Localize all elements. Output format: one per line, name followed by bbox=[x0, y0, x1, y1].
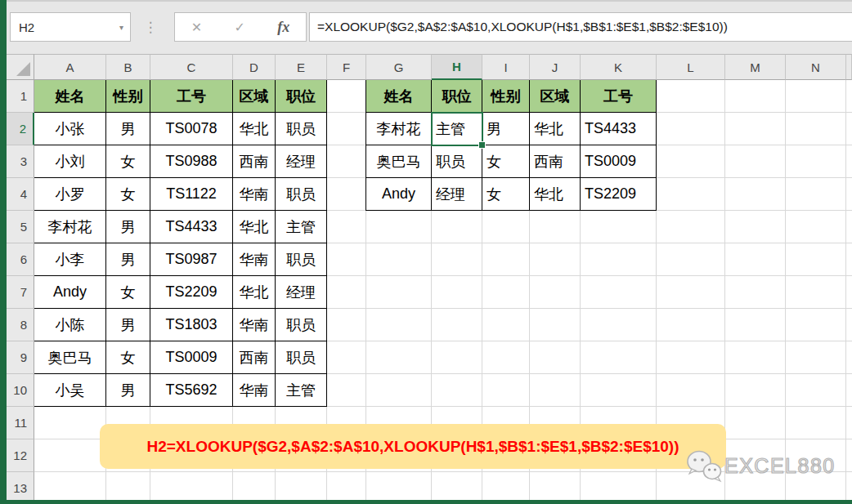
row-header-9[interactable]: 9 bbox=[7, 341, 34, 374]
cell-D8[interactable]: 华南 bbox=[233, 309, 276, 341]
cell-A10[interactable]: 小吴 bbox=[34, 374, 106, 407]
cell-A5[interactable]: 李村花 bbox=[34, 211, 106, 243]
cell-C1[interactable]: 工号 bbox=[150, 80, 233, 113]
cell-G4[interactable]: Andy bbox=[366, 178, 432, 211]
row-header-10[interactable]: 10 bbox=[7, 374, 34, 407]
cell-K4[interactable]: TS2209 bbox=[581, 178, 657, 211]
cell-D1[interactable]: 区域 bbox=[233, 80, 276, 113]
cell-A2[interactable]: 小张 bbox=[34, 113, 106, 145]
cell-A3[interactable]: 小刘 bbox=[34, 145, 106, 178]
enter-icon[interactable]: ✓ bbox=[234, 20, 244, 35]
cell-H1[interactable]: 职位 bbox=[432, 80, 482, 113]
column-header-partial[interactable] bbox=[846, 54, 852, 80]
row-header-3[interactable]: 3 bbox=[7, 145, 34, 178]
cell-E6[interactable]: 职员 bbox=[276, 243, 327, 276]
select-all-button[interactable] bbox=[7, 54, 34, 80]
formula-input[interactable]: =XLOOKUP($G2,$A$2:$A$10,XLOOKUP(H$1,$B$1… bbox=[309, 12, 852, 42]
cell-B10[interactable]: 男 bbox=[106, 374, 150, 407]
column-header-D[interactable]: D bbox=[233, 54, 276, 80]
cell-A1[interactable]: 姓名 bbox=[34, 80, 106, 113]
column-header-B[interactable]: B bbox=[106, 54, 150, 80]
column-header-F[interactable]: F bbox=[327, 54, 366, 80]
cell-H3[interactable]: 职员 bbox=[432, 145, 482, 178]
cell-A9[interactable]: 奥巴马 bbox=[34, 341, 106, 374]
cell-E10[interactable]: 主管 bbox=[276, 374, 327, 407]
column-header-J[interactable]: J bbox=[530, 54, 581, 80]
cell-C9[interactable]: TS0009 bbox=[150, 341, 233, 374]
cell-G1[interactable]: 姓名 bbox=[366, 80, 432, 113]
cell-J2[interactable]: 华北 bbox=[530, 113, 581, 145]
cell-C5[interactable]: TS4433 bbox=[150, 211, 233, 243]
cell-B6[interactable]: 男 bbox=[106, 243, 150, 276]
cell-A7[interactable]: Andy bbox=[34, 276, 106, 309]
cell-I1[interactable]: 性别 bbox=[482, 80, 530, 113]
cell-A4[interactable]: 小罗 bbox=[34, 178, 106, 211]
cell-E5[interactable]: 主管 bbox=[276, 211, 327, 243]
cell-B8[interactable]: 男 bbox=[106, 309, 150, 341]
row-header-6[interactable]: 6 bbox=[7, 243, 34, 276]
cell-H4[interactable]: 经理 bbox=[432, 178, 482, 211]
row-header-11[interactable]: 11 bbox=[7, 407, 34, 439]
cell-D5[interactable]: 华北 bbox=[233, 211, 276, 243]
cell-A6[interactable]: 小李 bbox=[34, 243, 106, 276]
column-header-G[interactable]: G bbox=[366, 54, 432, 80]
cell-C6[interactable]: TS0987 bbox=[150, 243, 233, 276]
cell-A8[interactable]: 小陈 bbox=[34, 309, 106, 341]
cell-D10[interactable]: 华南 bbox=[233, 374, 276, 407]
cell-B7[interactable]: 女 bbox=[106, 276, 150, 309]
cell-J3[interactable]: 西南 bbox=[530, 145, 581, 178]
cell-E2[interactable]: 职员 bbox=[276, 113, 327, 145]
cell-E1[interactable]: 职位 bbox=[276, 80, 327, 113]
chevron-down-icon[interactable]: ▾ bbox=[119, 23, 123, 32]
row-header-4[interactable]: 4 bbox=[7, 178, 34, 211]
cell-D9[interactable]: 西南 bbox=[233, 341, 276, 374]
cell-E9[interactable]: 职员 bbox=[276, 341, 327, 374]
cell-B5[interactable]: 男 bbox=[106, 211, 150, 243]
cell-E8[interactable]: 职员 bbox=[276, 309, 327, 341]
cell-D6[interactable]: 华南 bbox=[233, 243, 276, 276]
column-header-A[interactable]: A bbox=[34, 54, 106, 80]
cell-E3[interactable]: 经理 bbox=[276, 145, 327, 178]
insert-function-icon[interactable]: fx bbox=[277, 19, 289, 36]
cell-B1[interactable]: 性别 bbox=[106, 80, 150, 113]
cell-D2[interactable]: 华北 bbox=[233, 113, 276, 145]
cell-D7[interactable]: 华北 bbox=[233, 276, 276, 309]
cell-I4[interactable]: 女 bbox=[482, 178, 530, 211]
row-header-2[interactable]: 2 bbox=[7, 113, 34, 145]
row-header-1[interactable]: 1 bbox=[7, 80, 34, 113]
column-header-E[interactable]: E bbox=[276, 54, 327, 80]
cell-C3[interactable]: TS0988 bbox=[150, 145, 233, 178]
cell-E7[interactable]: 经理 bbox=[276, 276, 327, 309]
row-header-7[interactable]: 7 bbox=[7, 276, 34, 309]
column-header-N[interactable]: N bbox=[786, 54, 846, 80]
column-header-L[interactable]: L bbox=[657, 54, 725, 80]
fill-handle[interactable] bbox=[478, 141, 486, 149]
cell-C2[interactable]: TS0078 bbox=[150, 113, 233, 145]
cell-J1[interactable]: 区域 bbox=[530, 80, 581, 113]
cell-C8[interactable]: TS1803 bbox=[150, 309, 233, 341]
column-header-K[interactable]: K bbox=[581, 54, 657, 80]
cell-C10[interactable]: TS5692 bbox=[150, 374, 233, 407]
cell-I3[interactable]: 女 bbox=[482, 145, 530, 178]
cell-C4[interactable]: TS1122 bbox=[150, 178, 233, 211]
cell-C7[interactable]: TS2209 bbox=[150, 276, 233, 309]
cell-B2[interactable]: 男 bbox=[106, 113, 150, 145]
cell-K2[interactable]: TS4433 bbox=[581, 113, 657, 145]
cell-J4[interactable]: 华北 bbox=[530, 178, 581, 211]
cell-K1[interactable]: 工号 bbox=[581, 80, 657, 113]
name-box[interactable]: H2 ▾ bbox=[10, 12, 131, 42]
column-header-M[interactable]: M bbox=[725, 54, 786, 80]
cell-D3[interactable]: 西南 bbox=[233, 145, 276, 178]
cell-B9[interactable]: 女 bbox=[106, 341, 150, 374]
row-header-5[interactable]: 5 bbox=[7, 211, 34, 243]
cell-K3[interactable]: TS0009 bbox=[581, 145, 657, 178]
row-header-8[interactable]: 8 bbox=[7, 309, 34, 341]
cell-E4[interactable]: 职员 bbox=[276, 178, 327, 211]
cell-B4[interactable]: 女 bbox=[106, 178, 150, 211]
column-header-H[interactable]: H bbox=[432, 54, 482, 80]
cell-G3[interactable]: 奥巴马 bbox=[366, 145, 432, 178]
cell-G2[interactable]: 李村花 bbox=[366, 113, 432, 145]
row-header-12[interactable]: 12 bbox=[7, 439, 34, 472]
cell-B3[interactable]: 女 bbox=[106, 145, 150, 178]
cell-D4[interactable]: 华南 bbox=[233, 178, 276, 211]
